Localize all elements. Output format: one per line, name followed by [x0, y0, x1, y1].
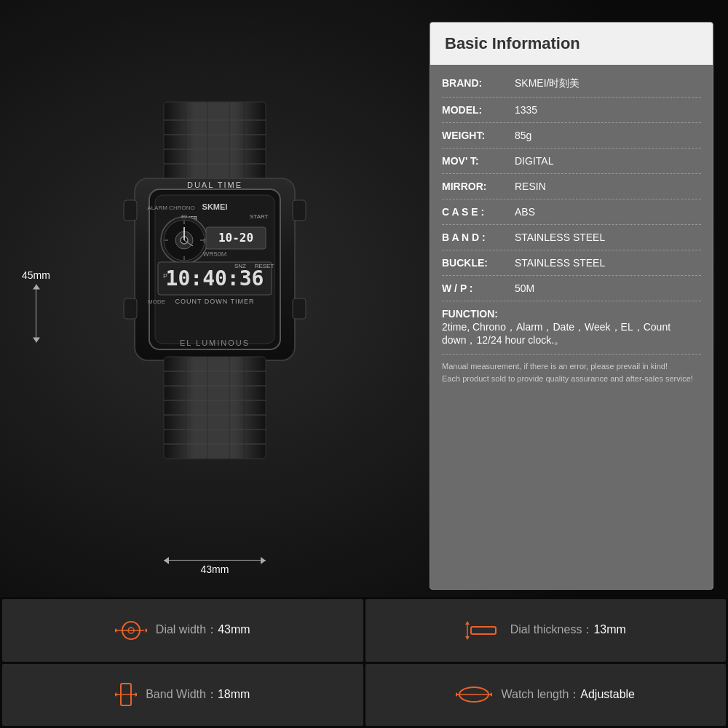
- svg-text:60: 60: [181, 214, 187, 219]
- watch-image: SKMEI ALARM CHRONO TIMER ALM SIG START: [76, 87, 353, 524]
- svg-text:P: P: [163, 272, 167, 280]
- svg-marker-71: [115, 693, 119, 696]
- svg-text:SNZ: SNZ: [234, 263, 246, 269]
- value-band: STAINLESS STEEL: [515, 232, 701, 243]
- spec-watch-length-val: Adjustable: [580, 688, 635, 700]
- svg-rect-12: [293, 200, 306, 221]
- label-model: MODEL:: [442, 104, 515, 116]
- svg-text:RESET: RESET: [255, 263, 274, 269]
- label-movement: MOV' T:: [442, 155, 515, 167]
- label-wp: W / P :: [442, 282, 515, 294]
- info-row-weight: WEIGHT: 85g: [442, 123, 701, 149]
- disclaimer: Manual measurement, if there is an error…: [442, 360, 701, 392]
- info-panel: Basic Information BRAND: SKMEI/时刻美 MODEL…: [430, 22, 713, 590]
- bottom-bar: Dial width：43mm Dial thickness：13mm: [0, 597, 728, 728]
- svg-text:START: START: [250, 213, 269, 220]
- svg-text:SKMEI: SKMEI: [202, 202, 228, 211]
- value-buckle: STAINLESS STEEL: [515, 257, 701, 269]
- svg-rect-13: [293, 298, 306, 319]
- main-container: 45mm: [0, 0, 728, 728]
- spec-dial-thickness-val: 13mm: [593, 623, 625, 636]
- spec-band-width: Band Width：18mm: [2, 664, 363, 727]
- svg-rect-45: [164, 357, 266, 459]
- svg-text:ALARM CHRONO: ALARM CHRONO: [147, 205, 194, 211]
- info-panel-body: BRAND: SKMEI/时刻美 MODEL: 1335 WEIGHT: 85g…: [430, 65, 713, 589]
- value-wp: 50M: [515, 282, 701, 294]
- spec-watch-length-text: Watch length：Adjustable: [501, 687, 635, 703]
- spec-dial-width: Dial width：43mm: [2, 599, 363, 662]
- svg-rect-63: [471, 627, 496, 634]
- svg-marker-72: [133, 693, 137, 696]
- label-weight: WEIGHT:: [442, 130, 515, 141]
- label-function: FUNCTION:: [442, 308, 515, 320]
- spec-watch-length-key: Watch length：: [501, 688, 580, 700]
- top-section: 45mm: [0, 0, 728, 597]
- spec-band-width-text: Band Width：18mm: [146, 687, 250, 703]
- svg-rect-10: [124, 200, 137, 221]
- label-mirror: MIRROR:: [442, 181, 515, 192]
- spec-dial-thickness: Dial thickness：13mm: [365, 599, 727, 662]
- width-value: 43mm: [201, 563, 229, 575]
- info-panel-title: Basic Information: [430, 23, 713, 65]
- info-row-buckle: BUCKLE: STAINLESS STEEL: [442, 250, 701, 276]
- label-buckle: BUCKLE:: [442, 257, 515, 269]
- svg-text:MODE: MODE: [148, 298, 165, 305]
- dimension-height-label: 45mm: [22, 269, 50, 343]
- spec-dial-width-val: 43mm: [218, 623, 250, 636]
- spec-watch-length: Watch length：Adjustable: [365, 664, 727, 727]
- svg-marker-65: [465, 621, 470, 625]
- svg-marker-66: [465, 636, 470, 640]
- info-row-band: B A N D : STAINLESS STEEL: [442, 225, 701, 250]
- info-row-brand: BRAND: SKMEI/时刻美: [442, 71, 701, 98]
- info-row-function: FUNCTION: 2time, Chrono，Alarm，Date，Week，…: [442, 301, 701, 355]
- dial-width-icon: [115, 620, 147, 641]
- value-movement: DIGITAL: [515, 155, 701, 167]
- info-row-wp: W / P : 50M: [442, 276, 701, 301]
- spec-dial-thickness-key: Dial thickness：: [510, 623, 594, 636]
- dial-thickness-icon: [465, 620, 502, 641]
- value-case: ABS: [515, 206, 701, 218]
- value-function: 2time, Chrono，Alarm，Date，Week，EL，Count d…: [442, 321, 701, 347]
- svg-text:DUAL TIME: DUAL TIME: [187, 181, 242, 189]
- svg-text:WR50M: WR50M: [203, 250, 227, 258]
- height-arrow: [36, 285, 36, 343]
- dimension-width-label: 43mm: [164, 560, 266, 575]
- spec-band-width-key: Band Width：: [146, 688, 218, 700]
- svg-text:10-20: 10-20: [218, 231, 253, 245]
- band-width-icon: [115, 680, 137, 709]
- info-row-mirror: MIRROR: RESIN: [442, 174, 701, 199]
- value-weight: 85g: [515, 130, 701, 141]
- value-mirror: RESIN: [515, 181, 701, 192]
- width-arrow: [164, 560, 266, 561]
- svg-text:EL LUMINOUS: EL LUMINOUS: [180, 339, 250, 347]
- info-row-model: MODEL: 1335: [442, 98, 701, 123]
- watch-length-icon: [456, 684, 492, 705]
- watch-area: 45mm: [15, 22, 415, 590]
- height-value: 45mm: [22, 269, 50, 281]
- spec-dial-width-key: Dial width：: [156, 623, 218, 636]
- label-band: B A N D :: [442, 232, 515, 243]
- value-model: 1335: [515, 104, 701, 116]
- svg-text:COUNT DOWN TIMER: COUNT DOWN TIMER: [175, 298, 254, 305]
- info-row-movement: MOV' T: DIGITAL: [442, 149, 701, 174]
- label-case: C A S E :: [442, 206, 515, 218]
- info-row-case: C A S E : ABS: [442, 199, 701, 225]
- spec-dial-width-text: Dial width：43mm: [156, 622, 250, 638]
- label-brand: BRAND:: [442, 77, 515, 89]
- spec-dial-thickness-text: Dial thickness：13mm: [510, 622, 626, 638]
- svg-text:10:40:36: 10:40:36: [166, 266, 264, 290]
- spec-band-width-val: 18mm: [218, 688, 250, 700]
- value-brand: SKMEI/时刻美: [515, 77, 701, 90]
- svg-rect-0: [164, 102, 266, 182]
- svg-rect-11: [124, 298, 137, 319]
